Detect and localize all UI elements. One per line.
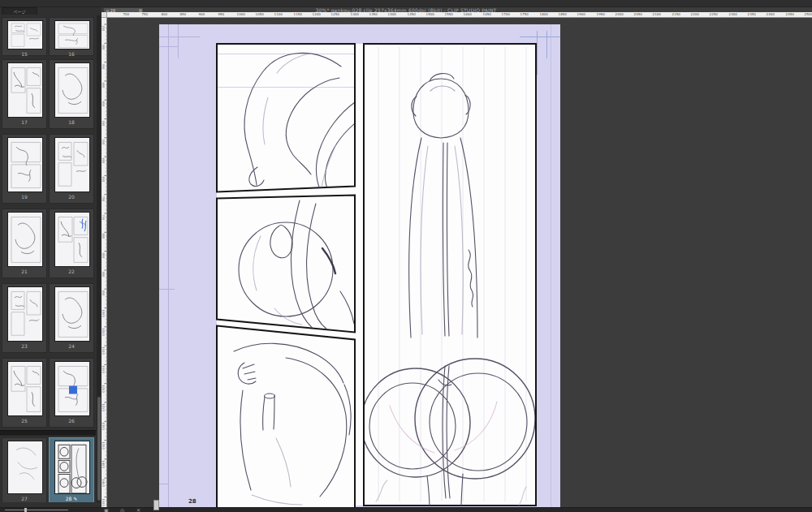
page-thumbnail-27[interactable]: 27 [2, 437, 47, 502]
ruler-tick-label: 2000 [615, 12, 623, 16]
manga-panels [217, 44, 536, 512]
ruler-tick-label: 1850 [558, 12, 566, 16]
spread-row: 1920 [0, 134, 96, 204]
ruler-tick-label: 1900 [577, 12, 585, 16]
page-number: 16 [50, 51, 93, 57]
page-thumbnail-28[interactable]: 28 ✎ [49, 437, 94, 502]
sketch-thumbnail [55, 287, 90, 342]
ruler-tick-label: 400 [102, 82, 106, 88]
ruler-tick-label: 2300 [728, 12, 736, 16]
page-thumbnail-17[interactable]: 17 [2, 59, 47, 129]
sketch-thumbnail [55, 138, 90, 192]
sketch-thumbnail [8, 441, 43, 494]
page-preview [54, 137, 90, 192]
ruler-tick-label: 800 [161, 12, 167, 16]
ruler-tick-label: 500 [102, 120, 106, 126]
page-number: 21 [2, 269, 46, 274]
page-preview [7, 441, 43, 494]
ruler-ticks [102, 18, 107, 507]
page-manager-tab[interactable]: ページ [2, 7, 37, 15]
ruler-tick-label: 700 [102, 196, 106, 201]
ruler-tick-label: 1800 [539, 12, 547, 16]
scrollbar-thumb[interactable] [153, 500, 159, 510]
ruler-tick-label: 950 [102, 290, 106, 296]
spread-row: 2526 [0, 358, 96, 428]
page-preview [7, 286, 43, 342]
page-preview [7, 361, 43, 416]
ruler-tick-label: 1100 [274, 12, 283, 16]
ruler-tick-label: 1200 [102, 385, 106, 392]
ruler-tick-label: 900 [102, 271, 106, 277]
ruler-tick-label: 1400 [102, 460, 106, 467]
grid-icon[interactable]: ▣ [104, 507, 109, 512]
page-preview [7, 137, 43, 192]
panel-3 [217, 326, 355, 512]
page-thumbnail-20[interactable]: 20 [49, 134, 94, 204]
ruler-tick-label: 750 [102, 214, 106, 220]
ruler-tick-label: 2400 [767, 12, 775, 16]
ruler-corner [102, 12, 107, 18]
ruler-tick-label: 450 [102, 101, 106, 107]
page-thumbnail-15[interactable]: 15 [2, 17, 47, 56]
spread-separator [0, 430, 96, 436]
sketch-thumbnail [8, 362, 43, 416]
page-number: 17 [2, 119, 46, 125]
page-number: 15 [2, 51, 46, 57]
ruler-tick-label: 1300 [102, 423, 106, 430]
page-thumbnail-list: 1516171819202122232425262728 ✎ [0, 15, 96, 502]
slider-knob[interactable] [24, 508, 27, 512]
page-number: 19 [2, 194, 46, 200]
sketch-thumbnail [8, 138, 43, 192]
page-thumbnail-26[interactable]: 26 [49, 358, 94, 428]
page-number: 23 [2, 343, 46, 349]
page-number: 27 [2, 496, 46, 501]
sketch-thumbnail [55, 362, 90, 416]
thumbnail-size-slider[interactable] [5, 510, 68, 510]
title-bar: 30%* genkou-028.clip 257x364mm 600dpi (8… [0, 0, 812, 7]
panel-1 [217, 44, 355, 192]
page-thumbnail-23[interactable]: 23 [2, 283, 47, 353]
sketch-thumbnail [8, 287, 43, 342]
close-icon[interactable]: ✕ [136, 507, 140, 512]
sketch-thumbnail [8, 213, 43, 267]
ruler-tick-label: 950 [218, 12, 224, 16]
ruler-tick-label: 1500 [102, 498, 106, 506]
ruler-tick-label: 2250 [710, 12, 718, 16]
ruler-tick-label: 550 [102, 139, 106, 144]
page-number: 26 [50, 418, 93, 424]
page-number: 25 [2, 418, 46, 424]
ruler-tick-label: 300 [102, 45, 106, 50]
ruler-tick-label: 1050 [102, 328, 106, 335]
sketch-thumbnail [55, 441, 90, 494]
ruler-tick-label: 1550 [445, 12, 453, 16]
page-thumbnail-25[interactable]: 25 [2, 358, 47, 428]
page-thumbnail-16[interactable]: 16 [49, 17, 94, 56]
panel-2 [217, 196, 355, 333]
ruler-tick-label: 1950 [596, 12, 604, 16]
bottom-bar: ▣◎✕ [0, 507, 812, 512]
ruler-tick-label: 650 [102, 177, 106, 183]
page-thumbnail-21[interactable]: 21 [2, 209, 47, 278]
ruler-tick-label: 1150 [102, 366, 106, 373]
ruler-tick-label: 2500 [804, 12, 812, 16]
page-number: 18 [50, 119, 93, 125]
ruler-tick-label: 1400 [388, 12, 396, 16]
ruler-tick-label: 1300 [350, 12, 358, 16]
ruler-tick-label: 2450 [785, 12, 793, 16]
page-thumbnail-18[interactable]: 18 [49, 59, 94, 129]
target-icon[interactable]: ◎ [120, 507, 124, 512]
page-thumbnail-22[interactable]: 22 [49, 209, 94, 278]
page-thumbnail-24[interactable]: 24 [49, 283, 94, 353]
ruler-tick-label: 1500 [425, 12, 434, 16]
page-list-scrollbar[interactable] [97, 15, 101, 502]
page-preview [54, 212, 90, 267]
manga-page-canvas[interactable]: 28 [107, 18, 812, 512]
page-number: 24 [50, 343, 93, 349]
page-preview [54, 361, 90, 416]
ruler-tick-label: 1100 [102, 347, 106, 355]
canvas-viewport[interactable]: 28 [107, 18, 812, 507]
page-thumbnail-19[interactable]: 19 [2, 134, 47, 204]
ruler-tick-label: 350 [102, 63, 106, 69]
ruler-tick-label: 2050 [634, 12, 642, 16]
scrollbar-thumb[interactable] [97, 397, 101, 501]
